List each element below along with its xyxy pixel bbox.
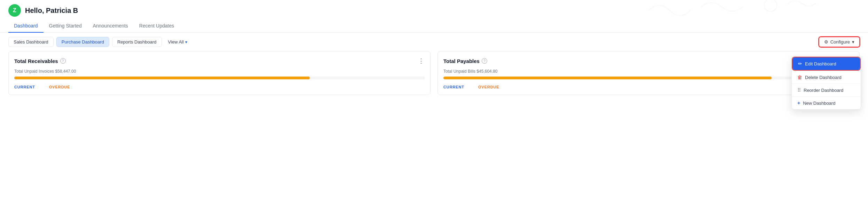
- header: Z Hello, Patricia B: [0, 0, 868, 19]
- overdue-label-payables[interactable]: OVERDUE: [478, 85, 499, 89]
- greeting: Hello, Patricia B: [25, 7, 78, 15]
- card-title-payables: Total Payables: [443, 58, 480, 64]
- overdue-label-receivables[interactable]: OVERDUE: [49, 85, 70, 89]
- avatar: Z: [8, 4, 21, 17]
- configure-chevron-icon: ▾: [852, 39, 854, 45]
- tab-purchase-dashboard[interactable]: Purchase Dashboard: [56, 37, 109, 47]
- reorder-dashboard-label: Reorder Dashboard: [804, 88, 843, 93]
- total-receivables-card: Total Receivables ? ⋮ Total Unpaid Invoi…: [8, 51, 431, 95]
- edit-dashboard-button[interactable]: ✏ Edit Dashboard: [792, 57, 860, 70]
- new-dashboard-button[interactable]: + New Dashboard: [792, 97, 861, 101]
- edit-icon: ✏: [798, 61, 802, 66]
- progress-bar-receivables: [14, 77, 310, 79]
- dashboard-tabs-row: Sales Dashboard Purchase Dashboard Repor…: [0, 33, 868, 51]
- tab-sales-dashboard[interactable]: Sales Dashboard: [8, 37, 54, 47]
- current-label-receivables[interactable]: CURRENT: [14, 85, 35, 89]
- nav-tab-dashboard[interactable]: Dashboard: [8, 19, 44, 33]
- info-icon-receivables[interactable]: ?: [60, 58, 66, 64]
- progress-bar-payables: [443, 77, 772, 79]
- card-title-row: Total Receivables ?: [14, 58, 66, 64]
- view-all-chevron-icon: ▾: [185, 40, 187, 45]
- card-title-receivables: Total Receivables: [14, 58, 58, 64]
- nav-tabs: Dashboard Getting Started Announcements …: [0, 19, 868, 33]
- configure-dropdown: ✏ Edit Dashboard 🗑 Delete Dashboard ⠿ Re…: [791, 56, 861, 101]
- delete-dashboard-label: Delete Dashboard: [805, 75, 842, 80]
- card-footer-receivables: CURRENT OVERDUE: [14, 85, 425, 89]
- view-all-label: View All: [168, 39, 184, 45]
- card-header: Total Receivables ? ⋮: [14, 57, 425, 65]
- svg-point-0: [764, 0, 777, 11]
- configure-label: Configure: [830, 39, 850, 45]
- new-dashboard-label: New Dashboard: [803, 101, 835, 101]
- reorder-icon: ⠿: [797, 87, 801, 93]
- info-icon-payables[interactable]: ?: [482, 58, 487, 64]
- dots-menu-receivables[interactable]: ⋮: [418, 57, 425, 65]
- nav-tab-recent-updates[interactable]: Recent Updates: [134, 19, 180, 33]
- cards-row: Total Receivables ? ⋮ Total Unpaid Invoi…: [0, 51, 868, 101]
- nav-tab-getting-started[interactable]: Getting Started: [44, 19, 87, 33]
- configure-gear-icon: ⚙: [824, 39, 828, 45]
- card-subtitle-receivables: Total Unpaid Invoices $58,447.00: [14, 69, 425, 74]
- edit-dashboard-highlight: ✏ Edit Dashboard: [792, 57, 861, 71]
- current-label-payables[interactable]: CURRENT: [443, 85, 464, 89]
- card-title-row-payables: Total Payables ?: [443, 58, 487, 64]
- edit-dashboard-label: Edit Dashboard: [805, 61, 836, 66]
- view-all-button[interactable]: View All ▾: [165, 37, 191, 47]
- reorder-dashboard-button[interactable]: ⠿ Reorder Dashboard: [792, 84, 861, 96]
- configure-button[interactable]: ⚙ Configure ▾: [819, 37, 860, 47]
- progress-bar-receivables-container: [14, 77, 425, 79]
- tab-reports-dashboard[interactable]: Reports Dashboard: [112, 37, 162, 47]
- new-dashboard-icon: +: [797, 100, 800, 101]
- delete-dashboard-button[interactable]: 🗑 Delete Dashboard: [792, 71, 861, 84]
- nav-tab-announcements[interactable]: Announcements: [87, 19, 134, 33]
- delete-icon: 🗑: [797, 74, 802, 80]
